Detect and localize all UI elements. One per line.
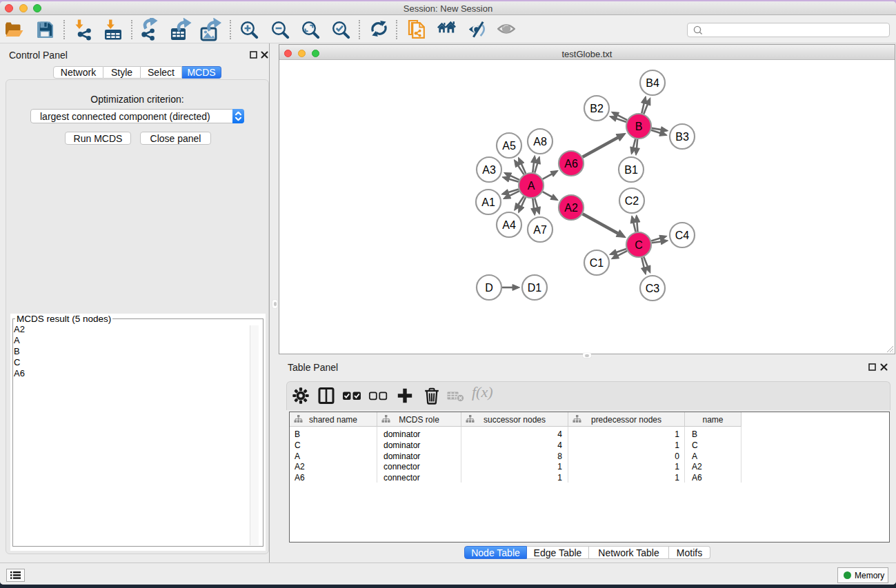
svg-text:C3: C3 bbox=[646, 283, 660, 294]
svg-text:B3: B3 bbox=[675, 131, 689, 143]
svg-text:A8: A8 bbox=[533, 136, 547, 148]
svg-text:C4: C4 bbox=[675, 230, 690, 241]
svg-text:A4: A4 bbox=[502, 219, 516, 231]
svg-text:A6: A6 bbox=[564, 158, 578, 170]
svg-text:B1: B1 bbox=[624, 164, 638, 176]
svg-text:A: A bbox=[528, 180, 535, 192]
svg-text:A2: A2 bbox=[564, 202, 578, 214]
svg-text:D1: D1 bbox=[528, 282, 542, 294]
svg-text:B: B bbox=[635, 121, 643, 132]
svg-text:A3: A3 bbox=[482, 164, 496, 176]
svg-text:C2: C2 bbox=[625, 195, 639, 207]
svg-text:A7: A7 bbox=[533, 224, 547, 236]
svg-text:D: D bbox=[485, 282, 493, 294]
svg-text:A5: A5 bbox=[502, 140, 516, 152]
svg-text:B4: B4 bbox=[646, 77, 659, 89]
svg-text:C: C bbox=[635, 239, 643, 251]
svg-text:A1: A1 bbox=[481, 196, 495, 208]
svg-text:B2: B2 bbox=[590, 103, 604, 114]
svg-text:C1: C1 bbox=[590, 257, 604, 269]
